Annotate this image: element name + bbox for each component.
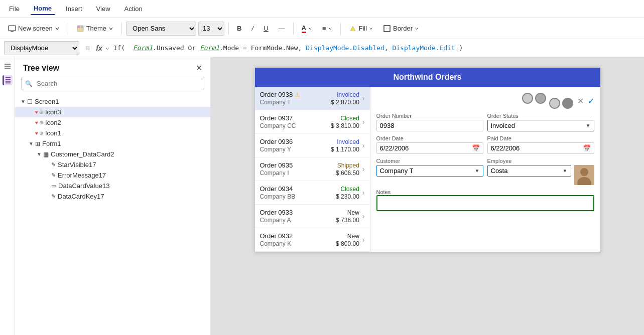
strikethrough-button[interactable]: —: [275, 23, 289, 34]
chevron-down-icon-3: [308, 27, 312, 31]
formula-if: If(: [113, 44, 125, 52]
order-number-label: Order Number: [376, 113, 483, 119]
order-item-0938[interactable]: Order 0938 ⚠ Company T Invoiced $ 2,870.…: [255, 87, 370, 110]
border-icon: [383, 25, 391, 33]
order-right-0933: New $ 736.00: [336, 209, 359, 224]
border-button[interactable]: Border: [379, 23, 423, 35]
formula-equals: =: [83, 44, 92, 53]
notes-label: Notes: [376, 189, 594, 195]
font-color-button[interactable]: A: [298, 22, 316, 35]
menu-view[interactable]: View: [93, 3, 113, 15]
order-amount-0936: $ 1,170.00: [331, 146, 359, 153]
theme-button[interactable]: Theme: [72, 23, 117, 35]
tree-item-datacardvalue13[interactable]: ▭ DataCardValue13: [15, 181, 210, 191]
menu-file[interactable]: File: [6, 3, 23, 15]
hamburger-icon[interactable]: [3, 61, 13, 71]
order-amount-0934: $ 230.00: [336, 193, 359, 200]
icon1-label: Icon1: [45, 129, 206, 137]
order-item-0932[interactable]: Order 0932 Company K New $ 800.00 ›: [255, 228, 370, 252]
order-number-input[interactable]: 0938: [376, 120, 483, 131]
layers-icon[interactable]: [3, 75, 13, 85]
notes-input[interactable]: [376, 195, 594, 211]
tree-title: Tree view: [23, 64, 59, 73]
tree-header: Tree view ✕: [15, 57, 210, 77]
order-status-select[interactable]: Invoiced ▼: [487, 120, 594, 131]
heart-icon-mini2: ♥: [35, 120, 38, 125]
expand-icon-screen1[interactable]: ▼: [19, 99, 27, 104]
employee-select[interactable]: Costa ▼: [487, 165, 571, 177]
screen1-label: Screen1: [35, 98, 206, 105]
svg-point-16: [580, 168, 588, 176]
tree-close-button[interactable]: ✕: [196, 63, 202, 73]
paid-date-input[interactable]: 6/22/2006 📅: [487, 142, 594, 154]
notes-section: Notes: [376, 189, 594, 211]
toolbar-divider-5: [340, 23, 341, 35]
tree-item-datacardkey17[interactable]: ✎ DataCardKey17: [15, 191, 210, 202]
tree-item-icon2[interactable]: ♥ ⊕ Icon2: [15, 117, 210, 128]
underline-button[interactable]: U: [260, 23, 272, 34]
field-paid-date: Paid Date 6/22/2006 📅: [487, 135, 594, 154]
tree-item-errormessage17[interactable]: ✎ ErrorMessage17: [15, 170, 210, 181]
order-amount-0935: $ 606.50: [336, 170, 359, 177]
tree-item-screen1[interactable]: ▼ ☐ Screen1: [15, 96, 210, 107]
select-arrow-employee: ▼: [563, 168, 568, 174]
order-number-0932: Order 0932: [260, 232, 336, 240]
detail-panel-header: ✕ ✓: [376, 93, 594, 109]
order-chevron-0938: ›: [362, 94, 365, 102]
order-info-0935: Order 0935 Company I: [260, 161, 336, 177]
menu-action[interactable]: Action: [121, 3, 146, 15]
order-item-0937[interactable]: Order 0937 Company CC Closed $ 3,810.00 …: [255, 110, 370, 134]
detail-close-button[interactable]: ✕: [577, 93, 584, 109]
order-right-0936: Invoiced $ 1,170.00: [331, 138, 359, 153]
formula-content[interactable]: If( Form1.Unsaved Or Form1.Mode = FormMo…: [113, 44, 640, 52]
customer-label: Customer: [376, 158, 483, 164]
expand-icon-form1[interactable]: ▼: [27, 141, 35, 146]
tree-item-starvisible17[interactable]: ✎ StarVisible17: [15, 159, 210, 170]
employee-value: Costa: [491, 167, 508, 175]
icon1-mini-icons: ♥ ⊕: [35, 130, 43, 136]
search-icon: 🔍: [25, 80, 33, 87]
expand-icon-dc2[interactable]: ▼: [35, 151, 43, 157]
toolbar: New screen Theme Open Sans 13 B / U — A …: [0, 18, 644, 39]
circle-btn-4[interactable]: [562, 98, 573, 109]
order-date-input[interactable]: 6/22/2006 📅: [376, 142, 483, 154]
menu-insert[interactable]: Insert: [63, 3, 85, 15]
order-item-0936[interactable]: Order 0936 Company Y Invoiced $ 1,170.00…: [255, 134, 370, 157]
font-selector[interactable]: Open Sans: [126, 22, 196, 36]
tree-item-form1[interactable]: ▼ ⊞ Form1: [15, 138, 210, 149]
bold-button[interactable]: B: [233, 23, 245, 34]
detail-confirm-button[interactable]: ✓: [588, 93, 594, 109]
order-info-0936: Order 0936 Company Y: [260, 138, 331, 153]
search-input[interactable]: [21, 77, 204, 90]
order-info-0937: Order 0937 Company CC: [260, 114, 331, 129]
font-size-selector[interactable]: 13: [198, 22, 224, 36]
customer-select[interactable]: Company T ▼: [376, 165, 483, 177]
calendar-icon[interactable]: 📅: [472, 144, 480, 152]
circle-btn-1[interactable]: [522, 93, 533, 104]
order-status-0937: Closed: [331, 115, 359, 122]
order-number-0937: Order 0937: [260, 114, 331, 122]
circle-btn-2[interactable]: [535, 93, 546, 104]
calendar-icon-2[interactable]: 📅: [583, 144, 591, 152]
icon3-label: Icon3: [45, 108, 206, 116]
new-screen-button[interactable]: New screen: [4, 23, 64, 35]
order-chevron-0936: ›: [362, 141, 365, 149]
menu-home[interactable]: Home: [31, 3, 55, 15]
tree-item-customer-dc2[interactable]: ▼ ▦ Customer_DataCard2: [15, 149, 210, 159]
order-info-0934: Order 0934 Company BB: [260, 185, 336, 200]
order-item-0934[interactable]: Order 0934 Company BB Closed $ 230.00 ›: [255, 181, 370, 205]
paid-date-label: Paid Date: [487, 135, 594, 141]
circle-btn-3[interactable]: [549, 98, 560, 109]
align-button[interactable]: ≡: [318, 23, 336, 34]
tree-item-icon3[interactable]: ♥ ⊕ Icon3: [15, 107, 210, 117]
order-item-0933[interactable]: Order 0933 Company A New $ 736.00 ›: [255, 205, 370, 228]
order-item-0935[interactable]: Order 0935 Company I Shipped $ 606.50 ›: [255, 157, 370, 181]
screen-checkbox-icon: ☐: [27, 98, 33, 105]
app-header: Northwind Orders: [255, 68, 600, 87]
formula-selector[interactable]: DisplayMode: [4, 41, 79, 55]
tree-item-icon1[interactable]: ♥ ⊕ Icon1: [15, 128, 210, 138]
fill-button[interactable]: Fill: [345, 23, 377, 35]
order-list: Order 0938 ⚠ Company T Invoiced $ 2,870.…: [255, 87, 370, 252]
order-status-label: Order Status: [487, 113, 594, 119]
italic-button[interactable]: /: [248, 23, 258, 34]
